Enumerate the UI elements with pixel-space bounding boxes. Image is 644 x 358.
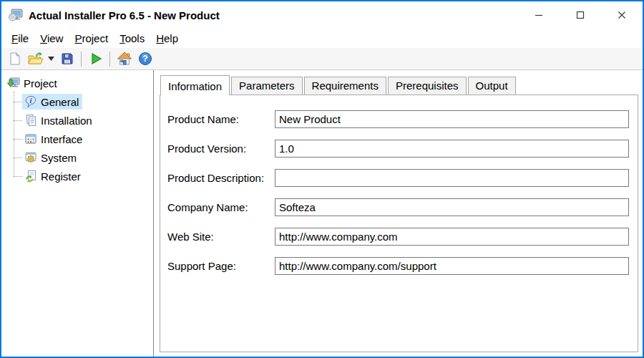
menu-view[interactable]: View [34, 30, 69, 47]
tree-item-label: Installation [41, 115, 92, 127]
maximize-icon [574, 9, 587, 21]
tab-prerequisites[interactable]: Prerequisites [388, 77, 467, 95]
window-title: Actual Installer Pro 6.5 - New Product [29, 9, 220, 21]
build-run-button[interactable] [85, 49, 106, 68]
project-tree: Project i General [1, 70, 154, 357]
menu-file[interactable]: File [6, 30, 34, 47]
save-project-button[interactable] [57, 49, 77, 68]
product-name-label: Product Name: [167, 113, 275, 125]
menu-tools[interactable]: Tools [114, 30, 150, 47]
app-icon [8, 9, 24, 21]
form-row: Product Description: [167, 169, 629, 187]
form-row: Product Version: [167, 140, 629, 158]
menu-project[interactable]: Project [69, 30, 114, 47]
company-name-label: Company Name: [167, 201, 275, 213]
form-row: Support Page: [167, 257, 629, 275]
tree-item-project[interactable]: Project [1, 74, 153, 92]
installation-icon [24, 114, 37, 127]
support-page-label: Support Page: [167, 260, 275, 272]
web-site-label: Web Site: [167, 231, 275, 243]
content-area: Information Parameters Requirements Prer… [154, 70, 643, 357]
open-folder-icon [27, 52, 44, 66]
form-row: Product Name: [167, 110, 629, 128]
open-dropdown-button[interactable] [46, 49, 57, 68]
web-site-input[interactable] [275, 228, 629, 246]
tree-item-register[interactable]: Register [1, 167, 153, 185]
app-window: Actual Installer Pro 6.5 - New Product F… [0, 0, 644, 358]
close-button[interactable] [601, 1, 643, 29]
menu-bar: File View Project Tools Help [1, 29, 643, 48]
tree-item-label: General [41, 96, 79, 108]
tree-item-installation[interactable]: Installation [1, 111, 153, 130]
new-project-button[interactable] [4, 49, 25, 68]
open-project-button[interactable] [25, 49, 46, 68]
tab-information[interactable]: Information [160, 75, 230, 95]
tree-item-system[interactable]: System [1, 148, 153, 167]
help-icon: ? [138, 52, 152, 66]
system-icon [24, 151, 37, 164]
home-icon [117, 52, 132, 66]
information-tab-panel: Product Name: Product Version: Product D… [160, 95, 638, 352]
svg-text:?: ? [142, 54, 147, 64]
dropdown-caret-icon [48, 57, 54, 61]
tab-parameters[interactable]: Parameters [231, 77, 303, 95]
save-icon [60, 52, 74, 66]
tree-connector-line [14, 92, 14, 176]
toolbar-separator [81, 52, 82, 67]
tree-item-interface[interactable]: Interface [1, 130, 153, 148]
product-description-label: Product Description: [167, 172, 275, 184]
product-version-input[interactable] [275, 140, 629, 158]
tree-item-label: System [41, 152, 77, 164]
tree-item-label: Interface [41, 133, 82, 145]
new-document-icon [8, 52, 22, 66]
tree-item-label: Project [24, 77, 57, 90]
build-run-icon [89, 52, 103, 66]
toolbar: ? [1, 48, 643, 70]
project-icon [6, 77, 20, 90]
home-button[interactable] [114, 49, 135, 68]
form-row: Web Site: [167, 228, 629, 246]
main-body: Project i General [1, 70, 643, 357]
tree-item-general[interactable]: i General [1, 92, 153, 111]
info-icon: i [24, 95, 37, 108]
interface-icon [24, 132, 37, 145]
product-description-input[interactable] [275, 169, 629, 187]
menu-help[interactable]: Help [150, 30, 184, 47]
form-row: Company Name: [167, 198, 629, 216]
tab-requirements[interactable]: Requirements [304, 77, 386, 95]
tree-item-label: Register [41, 170, 81, 183]
product-version-label: Product Version: [167, 142, 275, 155]
minimize-button[interactable] [518, 1, 560, 29]
help-button[interactable]: ? [135, 49, 155, 68]
close-icon [615, 9, 628, 21]
product-name-input[interactable] [275, 110, 629, 128]
company-name-input[interactable] [275, 198, 629, 216]
minimize-icon [532, 9, 545, 21]
tab-strip: Information Parameters Requirements Prer… [160, 75, 638, 95]
toolbar-separator [109, 52, 110, 67]
tab-output[interactable]: Output [468, 77, 516, 95]
support-page-input[interactable] [275, 257, 629, 275]
window-controls [518, 1, 643, 29]
maximize-button[interactable] [560, 1, 601, 29]
title-bar: Actual Installer Pro 6.5 - New Product [1, 1, 643, 29]
register-icon [24, 170, 37, 183]
svg-text:i: i [29, 97, 31, 105]
